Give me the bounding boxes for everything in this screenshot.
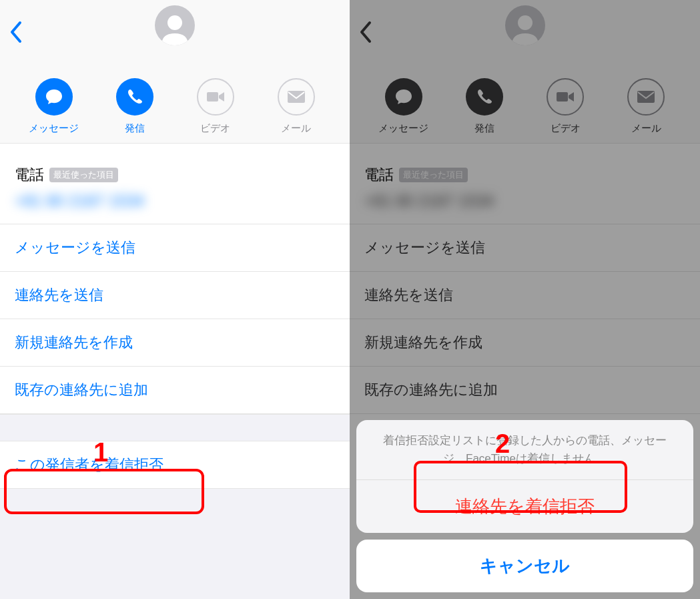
- annotation-number-1: 1: [93, 437, 108, 467]
- person-icon: [159, 12, 191, 45]
- contact-actions: メッセージ 発信 ビデオ メール: [0, 78, 350, 135]
- video-action[interactable]: ビデオ: [186, 78, 246, 135]
- send-contact-item[interactable]: 連絡先を送信: [0, 271, 350, 319]
- add-existing-item[interactable]: 既存の連絡先に追加: [0, 366, 350, 414]
- message-label: メッセージ: [29, 122, 79, 135]
- svg-rect-2: [288, 91, 305, 103]
- create-contact-item[interactable]: 新規連絡先を作成: [0, 319, 350, 366]
- svg-rect-1: [207, 92, 218, 102]
- action-sheet-message: 着信拒否設定リストに登録した人からの電話、メッセージ、FaceTimeは着信しま…: [356, 420, 693, 480]
- block-contact-button[interactable]: 連絡先を着信拒否: [356, 480, 693, 533]
- header: メッセージ 発信 ビデオ メール: [0, 0, 350, 144]
- chevron-left-icon: [8, 20, 23, 44]
- video-label: ビデオ: [200, 122, 230, 135]
- cancel-button[interactable]: キャンセル: [356, 540, 693, 592]
- call-label: 発信: [125, 122, 145, 135]
- contact-card-screen-1: メッセージ 発信 ビデオ メール 電話: [0, 0, 350, 599]
- back-button[interactable]: [8, 20, 23, 47]
- message-action[interactable]: メッセージ: [24, 78, 84, 135]
- mail-icon: [287, 90, 306, 104]
- annotation-number-2: 2: [495, 429, 510, 459]
- mail-action[interactable]: メール: [266, 78, 326, 135]
- send-message-item[interactable]: メッセージを送信: [0, 224, 350, 271]
- video-icon: [206, 90, 225, 104]
- phone-icon: [126, 88, 143, 106]
- phone-section-header: 電話 最近使った項目: [0, 144, 350, 189]
- svg-point-0: [167, 15, 182, 30]
- call-action[interactable]: 発信: [105, 78, 165, 135]
- mail-label: メール: [281, 122, 311, 135]
- footer-space: [0, 489, 350, 599]
- recent-badge: 最近使った項目: [49, 168, 118, 182]
- block-caller-item[interactable]: この発信者を着信拒否: [0, 441, 350, 489]
- action-sheet: 着信拒否設定リストに登録した人からの電話、メッセージ、FaceTimeは着信しま…: [356, 420, 693, 592]
- phone-number[interactable]: +81 80 2187 1534: [0, 189, 350, 224]
- phone-section-label: 電話: [15, 165, 44, 185]
- action-sheet-panel: 着信拒否設定リストに登録した人からの電話、メッセージ、FaceTimeは着信しま…: [356, 420, 693, 533]
- section-gap: [0, 414, 350, 441]
- message-icon: [45, 87, 63, 106]
- avatar: [155, 5, 195, 45]
- contact-card-screen-2: メッセージ 発信 ビデオ メール 電話 最近使った項目 +81 80 2187 …: [350, 0, 700, 599]
